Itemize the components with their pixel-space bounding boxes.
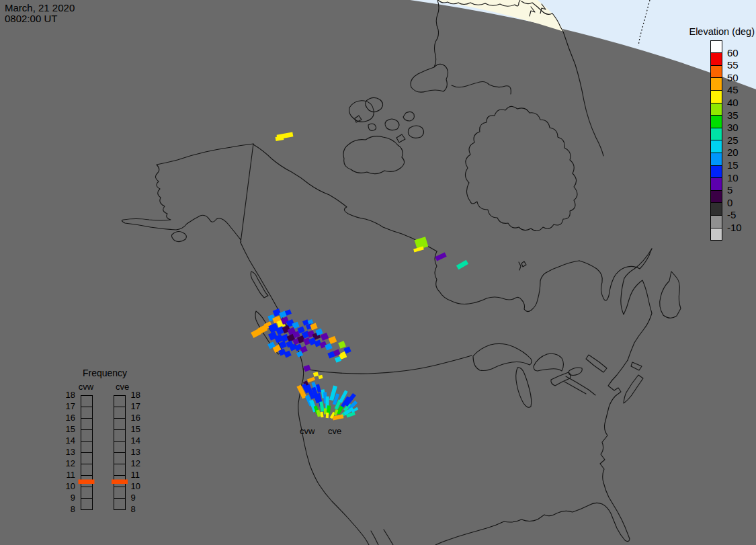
coastline-path [303,355,472,374]
frequency-bar-cell [114,487,126,498]
coastline-path [564,376,595,395]
frequency-bar-cell [114,395,126,407]
frequency-bar-cell [81,498,92,509]
elevation-tick-label: 5 [727,184,732,196]
frequency-bar-cell [114,452,126,464]
frequency-tick-label: 18 [131,390,140,400]
date-label: March, 21 2020 [5,2,75,13]
coastline-path [452,82,511,95]
elevation-colorbar-cell [710,215,722,228]
elevation-tick-label: 10 [727,172,739,183]
coastline-path [366,97,383,112]
elevation-colorbar-cell [710,228,722,241]
frequency-column-cve-label: cve [106,382,138,392]
frequency-tick-label: 12 [131,458,140,468]
frequency-tick-label: 13 [66,447,75,457]
frequency-tick-label: 10 [66,481,75,491]
elevation-colorbar-cell [710,203,722,216]
frequency-bar-cell [114,498,126,509]
coastline-path [253,144,437,251]
frequency-bar-cell [81,418,92,429]
frequency-bar-cell [81,441,92,452]
coastline-path [534,353,564,371]
elevation-colorbar-cell [710,153,722,165]
coastline-path [660,271,681,318]
echo-patch-bc-ionospheric-cluster [273,308,282,317]
elevation-colorbar-cell [710,90,722,103]
coastline-path [631,362,642,370]
radar-site-label-cvw: cvw [300,427,314,436]
frequency-bar-cell [114,407,126,418]
coastline-path [473,344,532,371]
coastline-path [563,32,603,156]
elevation-colorbar-cell [710,103,722,116]
echo-patch-central-canada-echoes [435,252,446,261]
radar-map-canvas: 605550454035302520151050-5-1018171615141… [0,0,756,545]
echo-patch-bc-ionospheric-cluster [329,336,337,344]
echo-patch-alaska-echo [276,136,284,141]
elevation-tick-label: 20 [727,146,739,158]
frequency-bar-cell [81,429,92,441]
elevation-tick-label: 60 [727,47,739,58]
frequency-tick-label: 11 [67,470,76,480]
coastline-path [343,136,405,174]
elevation-colorbar-cell [710,40,722,53]
frequency-bar-cell [114,418,126,429]
coastline-path [435,360,630,545]
elevation-colorbar-cell [710,165,722,178]
frequency-tick-label: 18 [66,390,75,400]
elevation-tick-label: 45 [727,84,739,95]
elevation-tick-label: 55 [727,59,739,71]
frequency-tick-label: 8 [131,504,136,514]
coastline-path [465,106,577,230]
frequency-tick-label: 17 [131,401,140,411]
frequency-tick-label: 16 [131,413,140,423]
frequency-tick-label: 15 [131,424,140,434]
elevation-tick-label: 35 [727,110,739,121]
coastline-path [396,134,405,142]
coastline-path [569,368,582,376]
coastline-path [579,249,652,300]
elevation-tick-label: -5 [727,209,736,220]
frequency-bar-cell [81,487,92,498]
frequency-tick-label: 16 [66,413,75,423]
coastline-path [385,119,399,130]
timestamp: March, 21 2020 0802:00 UT [5,3,75,24]
frequency-legend-title: Frequency [74,368,136,378]
frequency-tick-label: 13 [131,447,140,457]
elevation-tick-label: 0 [727,197,732,208]
frequency-tick-label: 9 [71,493,75,503]
echo-patch-bc-ionospheric-cluster [338,341,346,349]
frequency-tick-label: 17 [66,401,75,411]
coastline-path [624,375,643,403]
elevation-tick-label: 50 [727,72,739,83]
coastline-path [251,271,268,298]
echo-patch-bc-ionospheric-cluster [310,323,317,331]
frequency-tick-label: 9 [131,493,136,503]
map-plot: 605550454035302520151050-5-1018171615141… [0,0,756,545]
frequency-bar-cell [114,441,126,452]
frequency-column-cvw-label: cvw [70,382,102,392]
time-label: 0802:00 UT [5,13,57,24]
frequency-bar-cell [114,429,126,441]
dayside-ocean-region [410,0,756,89]
coastline-path [371,530,393,545]
elevation-tick-label: 15 [727,159,739,171]
elevation-colorbar-cell [710,53,722,66]
frequency-tick-label: 10 [131,481,140,491]
elevation-tick-label: 40 [727,97,739,108]
elevation-legend-title: Elevation (deg) [674,27,755,37]
radar-beam [326,413,329,418]
frequency-bar-cell [114,464,126,475]
elevation-colorbar-cell [710,65,722,78]
elevation-tick-label: 30 [727,122,739,133]
frequency-tick-label: 8 [71,504,75,514]
echo-patch-near-coast-echoes [318,375,323,379]
echo-patch-central-canada-echoes [456,260,468,270]
radar-beam [320,412,323,417]
coastline-path [516,368,532,407]
elevation-colorbar-cell [710,140,722,153]
coastline-path [519,261,526,270]
echo-patch-near-coast-echoes [303,365,310,372]
frequency-tick-label: 14 [66,435,75,446]
